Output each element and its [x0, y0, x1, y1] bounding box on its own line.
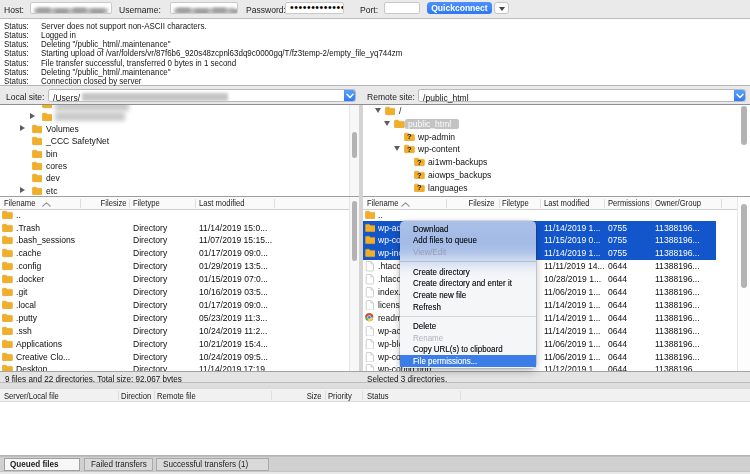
quickconnect-button[interactable]: Quickconnect [427, 2, 492, 14]
column-divider[interactable] [362, 391, 363, 400]
tab-failed-transfers[interactable]: Failed transfers [84, 458, 153, 471]
column-divider[interactable] [499, 199, 500, 208]
tree-item-ai1wm-backups[interactable]: ?ai1wm-backups [363, 156, 750, 168]
column-divider[interactable] [154, 391, 155, 400]
tree-item[interactable] [0, 111, 359, 123]
column-divider[interactable] [80, 199, 81, 208]
local-site-combo[interactable]: /Users/ [48, 89, 356, 102]
menu-item-refresh[interactable]: Refresh [400, 301, 536, 313]
tree-item-aiowps-backups[interactable]: ?aiowps_backups [363, 169, 750, 181]
tree-item-cores[interactable]: cores [0, 160, 359, 172]
column-divider[interactable] [118, 391, 119, 400]
local-site-combo-button[interactable] [344, 90, 356, 101]
column-header-last-modified[interactable]: Last modified [544, 198, 598, 208]
menu-item-create-directory-and-enter-it[interactable]: Create directory and enter it [400, 277, 536, 289]
column-divider[interactable] [651, 199, 652, 208]
file-row[interactable]: .dockerDirectory01/15/2019 07:0... [0, 273, 359, 286]
column-divider[interactable] [460, 391, 461, 400]
column-header-owner-group[interactable]: Owner/Group [655, 198, 709, 208]
disclosure-open-icon[interactable] [375, 108, 381, 113]
column-divider[interactable] [540, 199, 541, 208]
tab-successful-transfers-[interactable]: Successful transfers (1) [156, 458, 269, 471]
queue-column-status[interactable]: Status [367, 391, 393, 401]
disclosure-closed-icon[interactable] [30, 113, 35, 119]
file-row[interactable]: .. [0, 209, 359, 222]
column-divider[interactable] [195, 199, 196, 208]
scrollbar-track[interactable] [740, 105, 748, 196]
menu-item-create-new-file[interactable]: Create new file [400, 289, 536, 301]
scrollbar-thumb[interactable] [741, 204, 747, 288]
disclosure-open-icon[interactable] [394, 146, 400, 151]
column-divider[interactable] [271, 391, 272, 400]
horizontal-splitter[interactable] [0, 382, 750, 389]
remote-site-combo-button[interactable] [734, 90, 746, 101]
password-input[interactable]: ••••••••••••• [285, 2, 344, 15]
queue-column-server-local-file[interactable]: Server/Local file [4, 391, 69, 401]
tab-queued-files[interactable]: Queued files [4, 458, 81, 471]
queue-column-remote-file[interactable]: Remote file [157, 391, 203, 401]
file-row[interactable]: .puttyDirectory05/23/2019 11:3... [0, 312, 359, 325]
column-header-filesize[interactable]: Filesize [464, 198, 495, 208]
tree-item-volumes[interactable]: Volumes [0, 123, 359, 135]
file-row[interactable]: .cacheDirectory01/17/2019 09:0... [0, 247, 359, 260]
scrollbar-track[interactable] [737, 197, 750, 371]
disclosure-closed-icon[interactable] [20, 125, 25, 131]
username-input[interactable] [170, 2, 238, 15]
tree-item-dev[interactable]: dev [0, 172, 359, 184]
tree-item-languages[interactable]: ?languages [363, 182, 750, 194]
menu-item-create-directory[interactable]: Create directory [400, 266, 536, 278]
queue-column-priority[interactable]: Priority [328, 391, 356, 401]
queue-column-direction[interactable]: Direction [121, 391, 157, 401]
folder-icon [365, 210, 376, 220]
file-row[interactable]: .configDirectory01/29/2019 13:5... [0, 260, 359, 273]
column-divider[interactable] [446, 199, 447, 208]
column-header-filename[interactable]: Filename [4, 198, 41, 208]
column-header-filename[interactable]: Filename [367, 198, 404, 208]
tree-item--ccc-safetynet[interactable]: _CCC SafetyNet [0, 135, 359, 147]
scrollbar-thumb[interactable] [352, 201, 358, 261]
scrollbar-track[interactable] [349, 105, 359, 196]
tree-item-etc[interactable]: etc [0, 185, 359, 197]
file-row[interactable]: .localDirectory01/17/2019 09:0... [0, 299, 359, 312]
menu-item-file-permissions-[interactable]: File permissions... [400, 355, 536, 367]
file-row[interactable]: ApplicationsDirectory10/21/2019 15:4... [0, 338, 359, 351]
queue-column-size[interactable]: Size [304, 391, 322, 401]
column-divider[interactable] [721, 199, 722, 208]
file-row[interactable]: .TrashDirectory11/14/2019 15:0... [0, 221, 359, 234]
menu-item-add-files-to-queue[interactable]: Add files to queue [400, 234, 536, 246]
host-input[interactable] [30, 2, 112, 15]
tree-item-bin[interactable]: bin [0, 148, 359, 160]
column-divider[interactable] [604, 199, 605, 208]
file-row[interactable]: DesktopDirectory11/14/2019 17:19 [0, 363, 359, 371]
menu-item-delete[interactable]: Delete [400, 320, 536, 332]
column-header-filetype[interactable]: Filetype [133, 198, 165, 208]
column-header-last-modified[interactable]: Last modified [199, 198, 253, 208]
tree-item-wp-content[interactable]: ?wp-content [363, 143, 750, 155]
column-divider[interactable] [274, 199, 275, 208]
file-row[interactable]: .. [363, 209, 750, 222]
file-row[interactable]: .bash_sessionsDirectory11/07/2019 15:15.… [0, 234, 359, 247]
file-icon [365, 339, 374, 350]
tree-item-wp-admin[interactable]: ?wp-admin [363, 131, 750, 143]
column-header-filetype[interactable]: Filetype [502, 198, 534, 208]
scrollbar-thumb[interactable] [741, 106, 747, 145]
column-divider[interactable] [325, 391, 326, 400]
column-divider[interactable] [129, 199, 130, 208]
tree-item-public-html[interactable]: public_html [363, 118, 750, 130]
menu-item-download[interactable]: Download [400, 223, 536, 235]
port-input[interactable] [384, 2, 420, 15]
disclosure-closed-icon[interactable] [20, 187, 25, 193]
column-header-permissions[interactable]: Permissions [608, 198, 657, 208]
file-row[interactable]: Creative Clo...Directory10/24/2019 09:5.… [0, 350, 359, 363]
scrollbar-thumb[interactable] [352, 132, 358, 158]
column-header-filesize[interactable]: Filesize [96, 198, 127, 208]
file-row[interactable]: .gitDirectory10/16/2019 03:5... [0, 286, 359, 299]
disclosure-open-icon[interactable] [384, 121, 390, 126]
scrollbar-track[interactable] [349, 197, 359, 371]
tree-item--[interactable]: / [363, 105, 750, 117]
file-row[interactable]: .sshDirectory10/24/2019 11:2... [0, 325, 359, 338]
quickconnect-dropdown-button[interactable] [494, 2, 509, 14]
menu-item-copy-url-s-to-clipboard[interactable]: Copy URL(s) to clipboard [400, 343, 536, 355]
file-cell: 11388196... [655, 300, 704, 311]
remote-site-combo[interactable]: /public_html [418, 89, 746, 102]
